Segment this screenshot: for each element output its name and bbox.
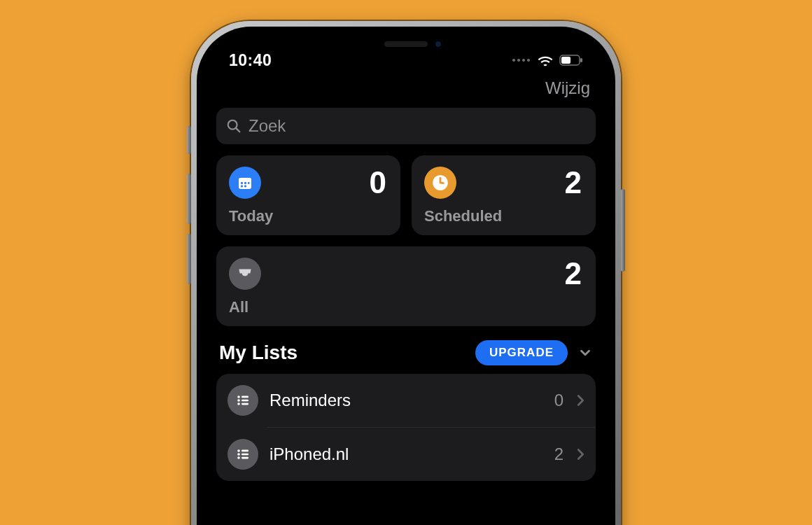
chevron-down-icon[interactable] [578, 345, 593, 360]
svg-rect-6 [239, 178, 251, 181]
svg-line-4 [236, 128, 239, 132]
volume-up-button [187, 174, 191, 224]
wifi-icon [537, 54, 554, 66]
upgrade-button[interactable]: UPGRADE [475, 340, 568, 365]
svg-rect-11 [244, 186, 246, 188]
front-camera [433, 39, 443, 49]
list-item-count: 2 [554, 444, 564, 464]
search-placeholder: Zoek [248, 116, 286, 136]
list-item-name: Reminders [270, 391, 543, 410]
svg-point-17 [237, 402, 240, 405]
status-time: 10:40 [229, 51, 272, 70]
chevron-right-icon [575, 393, 586, 408]
card-today-count: 0 [370, 167, 386, 198]
svg-rect-20 [241, 450, 248, 452]
speaker-grille [384, 41, 428, 47]
search-icon [226, 118, 241, 134]
svg-point-13 [237, 396, 240, 398]
inbox-icon [229, 258, 261, 290]
list-item[interactable]: Reminders 0 [216, 374, 596, 427]
power-button [621, 189, 625, 272]
card-scheduled[interactable]: 2 Scheduled [412, 155, 596, 235]
card-all[interactable]: 2 All [216, 246, 596, 326]
svg-rect-7 [241, 182, 243, 184]
lists-container: Reminders 0 iPhoned.nl [216, 374, 596, 481]
svg-rect-14 [241, 396, 248, 398]
svg-point-15 [237, 399, 240, 402]
list-bullet-icon [227, 439, 258, 470]
list-item[interactable]: iPhoned.nl 2 [267, 427, 596, 481]
card-all-count: 2 [565, 258, 582, 289]
svg-point-23 [237, 456, 240, 459]
card-scheduled-label: Scheduled [424, 207, 582, 225]
svg-rect-18 [241, 403, 248, 405]
my-lists-title: My Lists [219, 342, 298, 364]
svg-point-21 [237, 453, 240, 456]
svg-rect-24 [241, 457, 248, 459]
calendar-today-icon [229, 167, 261, 199]
cellular-dots-icon [512, 59, 530, 62]
svg-rect-2 [580, 58, 582, 62]
list-bullet-icon [227, 385, 258, 416]
card-all-label: All [229, 298, 582, 316]
phone-frame: 10:40 [191, 21, 621, 525]
notch [320, 31, 492, 57]
card-today-label: Today [229, 207, 386, 225]
screen: 10:40 [201, 31, 611, 525]
card-today[interactable]: 0 Today [216, 155, 400, 235]
list-item-count: 0 [554, 391, 564, 410]
battery-icon [559, 55, 583, 66]
volume-down-button [187, 234, 191, 284]
search-input[interactable]: Zoek [216, 108, 596, 144]
list-item-name: iPhoned.nl [270, 444, 543, 464]
status-icons [512, 54, 583, 66]
chevron-right-icon [575, 447, 586, 462]
card-scheduled-count: 2 [565, 167, 582, 198]
silence-switch [187, 126, 191, 154]
svg-rect-16 [241, 400, 248, 402]
svg-rect-10 [241, 186, 243, 188]
edit-button[interactable]: Wijzig [545, 78, 590, 98]
svg-rect-8 [244, 182, 246, 184]
svg-rect-22 [241, 454, 248, 456]
svg-rect-9 [248, 182, 250, 184]
svg-rect-1 [561, 57, 570, 64]
svg-point-19 [237, 449, 240, 452]
clock-icon [424, 167, 456, 199]
